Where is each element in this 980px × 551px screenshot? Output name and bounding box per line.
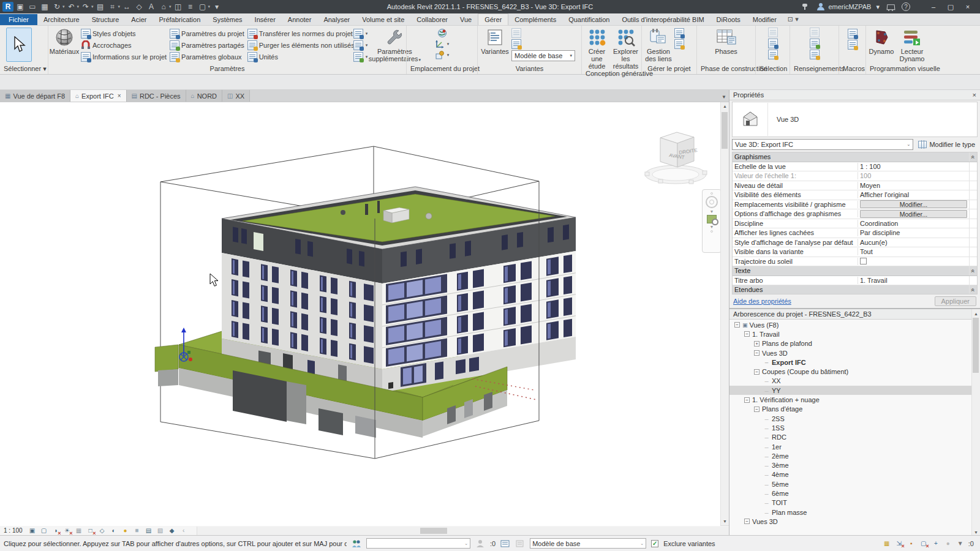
phases-button[interactable]: Phases bbox=[710, 26, 742, 55]
tree-item-vues-f8[interactable]: −▣Vues (F8) bbox=[729, 320, 980, 329]
tree-scroll-down-icon[interactable]: ▼ bbox=[974, 528, 978, 536]
styles-objets-button[interactable]: Styles d'objets bbox=[80, 28, 168, 39]
tree-item-plans-d-tage[interactable]: −Plans d'étage bbox=[729, 405, 980, 414]
tree-item-3-me[interactable]: –3ème bbox=[729, 460, 980, 470]
drawing-area[interactable]: AVANT DROITE ▼ ▼ ▲ ▼ bbox=[0, 102, 729, 525]
prop-value-options-d-affichage-des-graphismes[interactable]: Modifier... bbox=[858, 210, 969, 218]
ribbon-tab-architecture[interactable]: Architecture bbox=[37, 14, 86, 25]
tree-item-toit[interactable]: –TOIT bbox=[729, 498, 980, 508]
prop-value-discipline[interactable]: Coordination bbox=[858, 220, 969, 227]
measure-icon[interactable]: ⌗ bbox=[107, 1, 118, 12]
navigation-bar[interactable]: ▼ ▼ bbox=[702, 189, 722, 253]
help-icon[interactable]: ? bbox=[902, 2, 910, 11]
default-3d-view-dropdown-icon[interactable]: ▾ bbox=[169, 4, 172, 9]
collapse-icon[interactable]: − bbox=[744, 331, 750, 337]
ribbon-tab-ins-rer[interactable]: Insérer bbox=[249, 14, 282, 25]
explorer-resultats-button[interactable]: Explorer les résultats bbox=[611, 26, 640, 70]
customize-qat-icon[interactable]: ▾ bbox=[211, 1, 222, 12]
view-tab-vue-de-d-part-f8[interactable]: ▦Vue de départ F8 bbox=[0, 90, 70, 102]
prop-value-visibilit-des-l-ments[interactable]: Afficher l'original bbox=[858, 191, 969, 198]
decal-icon[interactable] bbox=[674, 28, 684, 38]
home-icon[interactable]: ▣ bbox=[15, 1, 26, 12]
save-icon[interactable]: ▦ bbox=[39, 1, 50, 12]
tree-item-6-me[interactable]: –6ème bbox=[729, 489, 980, 498]
modifier-button[interactable] bbox=[6, 28, 32, 62]
section-icon[interactable]: ◫ bbox=[173, 1, 184, 12]
undo-icon[interactable]: ↶ bbox=[66, 1, 77, 12]
view-tab-xx[interactable]: ◫XX bbox=[222, 90, 250, 102]
tree-scroll-up-icon[interactable]: ▲ bbox=[974, 310, 978, 318]
parametres-projet-button[interactable]: Paramètres du projet bbox=[168, 28, 246, 39]
open-icon[interactable]: ▭ bbox=[27, 1, 38, 12]
starting-view-icon[interactable] bbox=[674, 39, 684, 49]
measure-dropdown-icon[interactable]: ▾ bbox=[118, 4, 121, 9]
prop-value-echelle-de-la-vue[interactable]: 1 : 100 bbox=[858, 163, 969, 170]
collapse-icon[interactable]: − bbox=[744, 519, 750, 524]
ribbon-tab-pr-fabrication[interactable]: Préfabrication bbox=[153, 14, 206, 25]
ribbon-tab-syst-mes[interactable]: Systèmes bbox=[206, 14, 248, 25]
panel-label-selectionner[interactable]: Sélectionner ▾ bbox=[1, 65, 47, 74]
vertical-scroll-thumb[interactable] bbox=[722, 112, 728, 149]
canvas-horizontal-scrollbar[interactable] bbox=[197, 527, 729, 535]
worksharing-status-icon[interactable]: ▦ bbox=[883, 539, 891, 547]
tree-scroll-thumb[interactable] bbox=[973, 318, 979, 373]
tree-item-1ss[interactable]: –1SS bbox=[729, 423, 980, 432]
temporary-hide-isolate-icon[interactable]: ◐ bbox=[110, 527, 118, 534]
ribbon-tab-modifier[interactable]: Modifier bbox=[747, 14, 783, 25]
canvas-vertical-scrollbar[interactable]: ▲ ▼ bbox=[720, 102, 729, 525]
warnings-icon[interactable] bbox=[810, 50, 820, 59]
mep-settings-button[interactable]: ▾ bbox=[352, 40, 368, 50]
redo-icon[interactable]: ↷ bbox=[80, 1, 91, 12]
macro-manager-icon[interactable] bbox=[848, 29, 858, 39]
type-selector-dropdown[interactable]: Vue 3D: Export IFC⌄ bbox=[732, 139, 913, 150]
project-browser-header[interactable]: Arborescence du projet - FRESNES_6422_B3… bbox=[729, 309, 980, 320]
text-icon[interactable]: A bbox=[146, 1, 157, 12]
view-tab-overflow-icon[interactable]: ▼ bbox=[722, 94, 726, 100]
select-underlay-off-icon[interactable]: ▢ bbox=[919, 539, 928, 547]
materiaux-button[interactable]: Matériaux bbox=[50, 26, 79, 55]
prop-button-options-d-affichage-des-graphismes[interactable]: Modifier... bbox=[860, 210, 967, 218]
scroll-down-icon[interactable]: ▼ bbox=[723, 517, 727, 525]
close-button[interactable]: × bbox=[959, 1, 976, 13]
print-icon[interactable]: ▤ bbox=[95, 1, 106, 12]
ribbon-tab-volume-et-site[interactable]: Volume et site bbox=[356, 14, 410, 25]
tree-item-4-me[interactable]: –4ème bbox=[729, 470, 980, 479]
prop-value-remplacements-visibilit-graphisme[interactable]: Modifier... bbox=[858, 200, 969, 208]
prop-value-afficher-les-lignes-cach-es[interactable]: Par discipline bbox=[858, 229, 969, 236]
shadows-off-icon[interactable]: ◑ bbox=[51, 527, 60, 534]
lecteur-dynamo-button[interactable]: Lecteur Dynamo bbox=[896, 26, 928, 62]
view-tab-export-ifc[interactable]: ⌂Export IFC× bbox=[70, 90, 126, 102]
prop-value-visible-dans-la-variante[interactable]: Tout bbox=[858, 248, 969, 255]
navbar-wheel-chevron-icon[interactable]: ▼ bbox=[710, 209, 714, 214]
tree-item-vues-3d[interactable]: −Vues 3D bbox=[729, 348, 980, 358]
ribbon-tab-diroots[interactable]: DiRoots bbox=[710, 14, 747, 25]
prop-button-remplacements-visibilit-graphisme[interactable]: Modifier... bbox=[860, 200, 967, 208]
infos-projet-button[interactable]: Informations sur le projet bbox=[80, 51, 168, 62]
collapse-icon[interactable]: ‹ bbox=[179, 527, 188, 534]
design-option-select[interactable]: Modèle de base▾ bbox=[511, 50, 575, 61]
tree-item-yy[interactable]: –YY bbox=[729, 386, 980, 395]
ribbon-tab-[interactable]: ⊡ ▾ bbox=[783, 13, 804, 25]
position-button[interactable]: ▾ bbox=[434, 50, 451, 60]
tree-item-5-me[interactable]: –5ème bbox=[729, 479, 980, 489]
parametres-globaux-button[interactable]: Paramètres globaux bbox=[168, 51, 246, 62]
worksharing-display-icon[interactable]: ≡ bbox=[133, 527, 141, 534]
redo-dropdown-icon[interactable]: ▾ bbox=[91, 4, 94, 9]
section-collapse-icon[interactable]: « bbox=[970, 269, 977, 272]
reveal-hidden-elements-icon[interactable]: ● bbox=[121, 527, 130, 534]
show-crop-region-icon[interactable]: □ bbox=[86, 527, 95, 534]
show-rendering-dialog-icon[interactable]: ▢ bbox=[40, 527, 48, 534]
structural-settings-button[interactable]: ▾ bbox=[352, 28, 368, 39]
tree-scrollbar[interactable]: ▲ ▼ bbox=[971, 309, 980, 535]
aligned-dimension-icon[interactable]: ↔ bbox=[121, 1, 132, 12]
filter-icon[interactable]: ▼ bbox=[956, 539, 965, 547]
tree-item-1-travail[interactable]: −1. Travail bbox=[729, 329, 980, 339]
transferer-normes-button[interactable]: Transférer les normes du projet bbox=[246, 28, 352, 39]
navbar-zoom-chevron-icon[interactable]: ▼ bbox=[710, 225, 714, 229]
temporary-view-properties-icon[interactable]: ▤ bbox=[145, 527, 153, 534]
active-workset-select[interactable]: ⌄ bbox=[366, 538, 470, 549]
default-3d-view-icon[interactable]: ⌂ bbox=[158, 1, 169, 12]
tree-item-2ss[interactable]: –2SS bbox=[729, 414, 980, 423]
ribbon-tab-outils-d-interop-rabilit-bim[interactable]: Outils d'interopérabilité BIM bbox=[616, 14, 710, 25]
prop-value-titre-arbo[interactable]: 1. Travail bbox=[858, 277, 969, 284]
